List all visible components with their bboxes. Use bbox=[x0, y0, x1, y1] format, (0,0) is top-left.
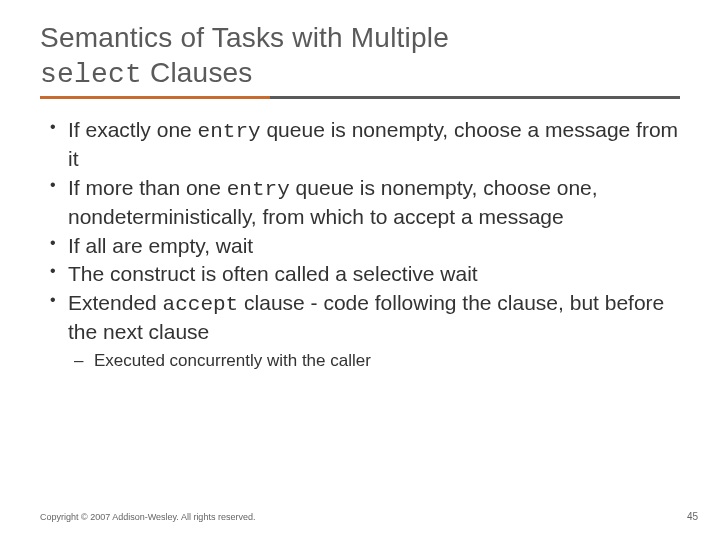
title-line-1: Semantics of Tasks with Multiple bbox=[40, 20, 680, 55]
copyright-footer: Copyright © 2007 Addison-Wesley. All rig… bbox=[40, 512, 255, 522]
slide: Semantics of Tasks with Multiple select … bbox=[0, 0, 720, 540]
text: If exactly one bbox=[68, 118, 198, 141]
list-item: The construct is often called a selectiv… bbox=[46, 261, 680, 288]
title-line-2: select Clauses bbox=[40, 55, 680, 92]
bullet-list: If exactly one entry queue is nonempty, … bbox=[46, 117, 680, 373]
list-item: If exactly one entry queue is nonempty, … bbox=[46, 117, 680, 173]
code-text: entry bbox=[198, 120, 261, 143]
code-text: accept bbox=[163, 293, 239, 316]
text: If all are empty, wait bbox=[68, 234, 253, 257]
list-item: If all are empty, wait bbox=[46, 233, 680, 260]
page-number: 45 bbox=[687, 511, 698, 522]
slide-title: Semantics of Tasks with Multiple select … bbox=[40, 20, 680, 99]
text: If more than one bbox=[68, 176, 227, 199]
text: Executed concurrently with the caller bbox=[94, 351, 371, 370]
list-item: Extended accept clause - code following … bbox=[46, 290, 680, 373]
slide-body: If exactly one entry queue is nonempty, … bbox=[40, 117, 680, 373]
text: The construct is often called a selectiv… bbox=[68, 262, 478, 285]
sub-list-item: Executed concurrently with the caller bbox=[68, 350, 680, 373]
code-text: entry bbox=[227, 178, 290, 201]
title-mono: select bbox=[40, 59, 142, 90]
title-rule-accent bbox=[40, 96, 270, 99]
sub-list: Executed concurrently with the caller bbox=[68, 350, 680, 373]
title-rest: Clauses bbox=[142, 57, 253, 88]
text: Extended bbox=[68, 291, 163, 314]
list-item: If more than one entry queue is nonempty… bbox=[46, 175, 680, 231]
